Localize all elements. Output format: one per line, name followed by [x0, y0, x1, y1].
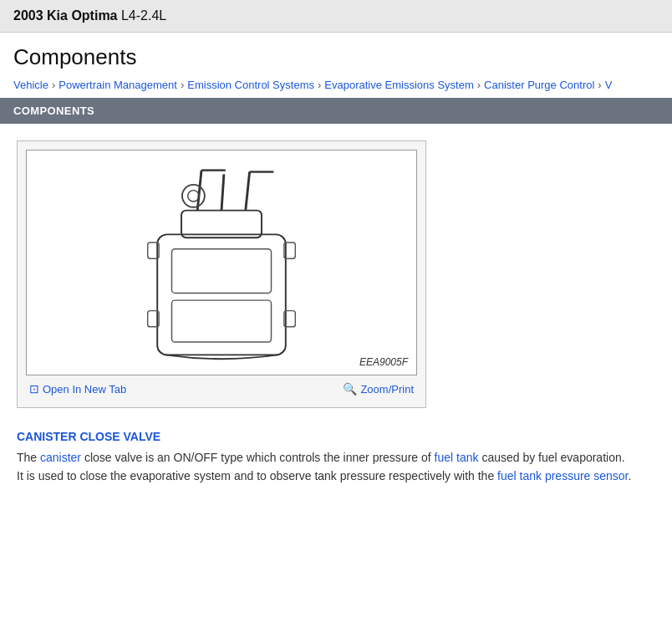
open-tab-label: Open In New Tab — [43, 383, 126, 396]
desc-text-5: . — [629, 469, 632, 482]
desc-text-4: It is used to close the evaporative syst… — [17, 469, 497, 482]
breadcrumb-evaporative[interactable]: Evaporative Emissions System — [324, 79, 473, 91]
zoom-print-link[interactable]: 🔍 Zoom/Print — [343, 382, 414, 396]
breadcrumb-sep-1: › — [52, 79, 55, 91]
vehicle-engine: L4-2.4L — [121, 8, 166, 23]
open-tab-icon: ⊡ — [29, 382, 39, 396]
desc-text-3: caused by fuel evaporation. — [479, 451, 625, 464]
image-code: EEA9005F — [359, 356, 408, 368]
canister-illustration — [71, 162, 372, 363]
fuel-tank-link[interactable]: fuel tank — [435, 451, 479, 464]
svg-point-9 — [182, 185, 205, 207]
svg-point-10 — [188, 191, 199, 202]
page-title: Components — [13, 44, 659, 70]
breadcrumb-sep-5: › — [598, 79, 601, 91]
header-bar: 2003 Kia Optima L4-2.4L — [0, 0, 672, 33]
breadcrumb-emission-control[interactable]: Emission Control Systems — [187, 79, 314, 91]
breadcrumb-sep-2: › — [181, 79, 184, 91]
svg-line-7 — [246, 172, 250, 211]
svg-rect-0 — [157, 234, 286, 355]
component-description: The canister close valve is an ON/OFF ty… — [17, 448, 655, 486]
fuel-tank-pressure-link[interactable]: fuel tank pressure sensor — [497, 469, 628, 482]
desc-text-1: The — [17, 451, 40, 464]
content-area: CANISTER CLOSE VALVE The canister close … — [0, 416, 672, 499]
svg-rect-1 — [171, 249, 271, 294]
section-header-label: COMPONENTS — [13, 105, 94, 117]
breadcrumb-sep-3: › — [318, 79, 321, 91]
breadcrumb-powertrain[interactable]: Powertrain Management — [59, 79, 177, 91]
breadcrumb-vehicle[interactable]: Vehicle — [13, 79, 48, 91]
page-title-area: Components — [0, 33, 672, 75]
desc-text-2: close valve is an ON/OFF type which cont… — [81, 451, 435, 464]
breadcrumb-sep-4: › — [477, 79, 481, 91]
image-actions: ⊡ Open In New Tab 🔍 Zoom/Print — [26, 375, 417, 399]
breadcrumb-canister-purge[interactable]: Canister Purge Control — [484, 79, 594, 91]
component-title: CANISTER CLOSE VALVE — [17, 430, 655, 443]
svg-rect-3 — [181, 211, 262, 238]
vehicle-title: 2003 Kia Optima L4-2.4L — [13, 8, 166, 23]
breadcrumb: Vehicle › Powertrain Management › Emissi… — [0, 75, 672, 98]
section-header: COMPONENTS — [0, 98, 672, 124]
image-container: EEA9005F ⊡ Open In New Tab 🔍 Zoom/Print — [17, 140, 426, 408]
svg-rect-2 — [171, 300, 271, 342]
component-image: EEA9005F — [26, 150, 417, 375]
zoom-icon: 🔍 — [343, 382, 357, 396]
open-in-new-tab-link[interactable]: ⊡ Open In New Tab — [29, 382, 126, 396]
svg-line-6 — [221, 174, 224, 210]
canister-link[interactable]: canister — [40, 451, 81, 464]
breadcrumb-last: V — [605, 79, 613, 91]
zoom-label: Zoom/Print — [360, 383, 414, 396]
vehicle-make-model: 2003 Kia Optima — [13, 8, 118, 23]
